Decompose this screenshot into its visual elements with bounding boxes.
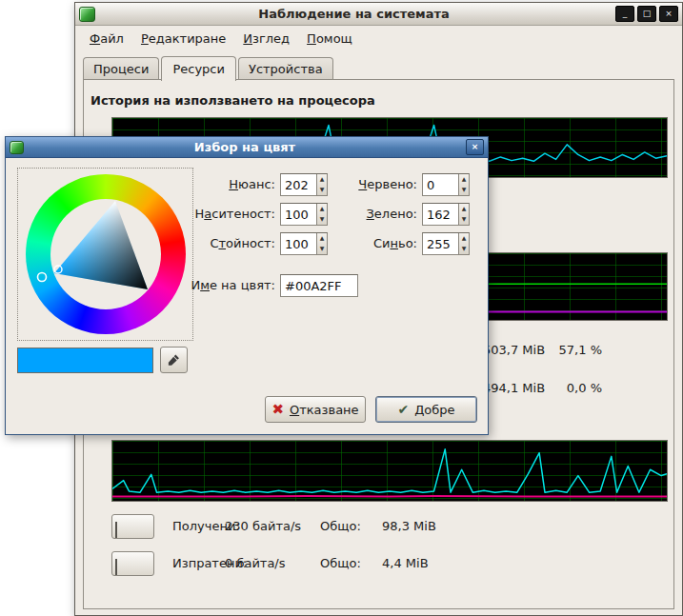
eyedropper-icon xyxy=(167,352,181,368)
received-color-swatch xyxy=(115,522,117,538)
menubar: Файл Редактиране Изглед Помощ xyxy=(75,27,682,50)
sv-triangle[interactable] xyxy=(26,174,186,334)
tab-resources[interactable]: Ресурси xyxy=(161,56,236,81)
green-up-icon[interactable]: ▲ xyxy=(459,204,469,214)
network-history-chart xyxy=(111,440,668,502)
network-sent-row: Изпратени: 0 байта/s Общо: 4,4 MiB xyxy=(111,551,645,576)
main-titlebar[interactable]: Наблюдение на системата _ □ × xyxy=(75,3,682,26)
red-input[interactable] xyxy=(423,174,458,195)
cancel-icon: ✖ xyxy=(271,403,284,417)
swap-amount: 494,1 MiB xyxy=(483,381,545,395)
cancel-button-label: Отказване xyxy=(290,403,359,417)
received-color-button[interactable] xyxy=(111,514,154,539)
dialog-title: Избор на цвят xyxy=(24,140,466,154)
cancel-button[interactable]: ✖ Отказване xyxy=(265,396,366,423)
menu-file[interactable]: Файл xyxy=(81,29,132,49)
sent-total: 4,4 MiB xyxy=(382,551,429,576)
menu-help[interactable]: Помощ xyxy=(298,29,361,49)
saturation-label: Наситеност: xyxy=(150,207,275,221)
ok-button[interactable]: ✔ Добре xyxy=(375,396,477,423)
received-total: 98,3 MiB xyxy=(382,514,436,539)
green-input[interactable] xyxy=(423,204,458,225)
close-button[interactable]: × xyxy=(659,6,678,22)
memory-amount: 503,7 MiB xyxy=(483,343,545,357)
red-down-icon[interactable]: ▼ xyxy=(459,185,469,195)
color-wheel-area[interactable] xyxy=(17,168,193,341)
memory-percent: 57,1 % xyxy=(541,343,602,357)
sent-color-button[interactable] xyxy=(111,551,154,576)
system-monitor-icon xyxy=(79,7,95,22)
received-rate: 230 байта/s xyxy=(225,514,301,539)
red-label: Червено: xyxy=(291,177,417,191)
dialog-titlebar[interactable]: Избор на цвят × xyxy=(6,137,488,158)
blue-input[interactable] xyxy=(423,233,458,254)
color-picker-dialog: Избор на цвят × xyxy=(5,136,489,435)
menu-edit[interactable]: Редактиране xyxy=(132,29,234,49)
minimize-button[interactable]: _ xyxy=(615,6,634,22)
blue-down-icon[interactable]: ▼ xyxy=(459,244,469,254)
tab-processes[interactable]: Процеси xyxy=(83,57,159,80)
color-preview xyxy=(17,348,153,373)
dialog-icon xyxy=(10,141,24,154)
window-controls: _ □ × xyxy=(613,6,678,22)
green-spinbox[interactable]: ▲▼ xyxy=(422,203,470,226)
hue-ring-marker xyxy=(38,273,47,282)
blue-up-icon[interactable]: ▲ xyxy=(459,233,469,244)
blue-spinbox[interactable]: ▲▼ xyxy=(422,232,470,255)
dialog-close-button[interactable]: × xyxy=(466,139,484,155)
menu-view[interactable]: Изглед xyxy=(234,29,298,49)
cpu-history-title: История на използването на процесора xyxy=(90,93,375,108)
color-name-input[interactable] xyxy=(280,274,358,297)
tab-bar: Процеси Ресурси Устройства xyxy=(83,55,674,80)
eyedropper-button[interactable] xyxy=(160,347,188,373)
sent-color-swatch xyxy=(115,559,117,575)
maximize-button[interactable]: □ xyxy=(637,6,656,22)
red-up-icon[interactable]: ▲ xyxy=(459,174,469,185)
ok-icon: ✔ xyxy=(397,403,409,417)
desktop: Наблюдение на системата _ □ × Файл Редак… xyxy=(0,0,683,616)
green-down-icon[interactable]: ▼ xyxy=(459,214,469,225)
main-window-title: Наблюдение на системата xyxy=(95,7,613,21)
hue-label: Нюанс: xyxy=(150,177,275,191)
network-received-row: Получени: 230 байта/s Общо: 98,3 MiB xyxy=(111,514,645,539)
sent-rate: 0 байта/s xyxy=(225,551,286,576)
green-label: Зелено: xyxy=(291,207,417,221)
ok-button-label: Добре xyxy=(414,403,454,417)
red-spinbox[interactable]: ▲▼ xyxy=(422,173,470,196)
swap-percent: 0,0 % xyxy=(541,381,602,395)
tab-devices[interactable]: Устройства xyxy=(238,57,333,80)
value-label: Стойност: xyxy=(150,236,275,250)
blue-label: Синьо: xyxy=(291,236,417,250)
sent-total-label: Общо: xyxy=(320,551,361,576)
color-name-label: Име на цвят: xyxy=(150,278,275,292)
received-total-label: Общо: xyxy=(320,514,361,539)
